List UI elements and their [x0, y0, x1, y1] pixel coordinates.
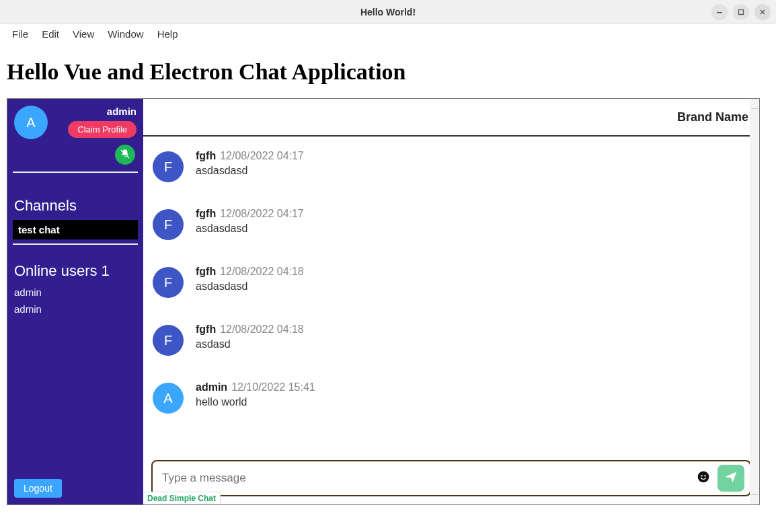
claim-profile-button[interactable]: Claim Profile: [68, 121, 137, 138]
profile-block: A admin Claim Profile: [7, 99, 143, 145]
message-row: Aadmin12/10/2022 15:41hello world: [153, 381, 750, 414]
notifications-toggle-button[interactable]: [115, 145, 135, 165]
message-text: asdasd: [196, 338, 750, 350]
channels-heading: Channels: [7, 192, 143, 219]
message-text: asdasdasd: [196, 223, 750, 235]
menu-edit[interactable]: Edit: [35, 27, 66, 41]
footer-brand-link[interactable]: Dead Simple Chat: [143, 492, 221, 504]
online-user-item: admin: [7, 301, 143, 317]
chat-header: Brand Name: [143, 99, 759, 137]
paper-plane-icon: [724, 470, 738, 486]
menu-view[interactable]: View: [66, 27, 101, 41]
message-text: asdasdasd: [196, 280, 750, 293]
message-username: admin: [196, 381, 227, 393]
page-title: Hello Vue and Electron Chat Application: [7, 59, 771, 85]
bell-slash-icon: [120, 149, 130, 161]
message-text: hello world: [196, 396, 750, 408]
svg-point-2: [698, 471, 709, 483]
svg-point-3: [701, 475, 702, 476]
menu-file[interactable]: File: [5, 27, 35, 41]
message-meta: fgfh12/08/2022 04:17: [196, 208, 750, 220]
message-composer: [151, 460, 751, 496]
message-username: fgfh: [196, 324, 216, 335]
window-minimize-button[interactable]: [711, 4, 728, 20]
message-timestamp: 12/08/2022 04:18: [220, 266, 304, 277]
menubar: File Edit View Window Help: [0, 24, 776, 43]
message-text: asdasdasd: [196, 165, 750, 177]
message-row: Ffgfh12/08/2022 04:18asdasd: [153, 324, 750, 356]
window-titlebar: Hello World!: [0, 0, 776, 24]
emoji-picker-button[interactable]: [696, 471, 711, 486]
logout-button[interactable]: Logout: [14, 479, 62, 498]
message-avatar: F: [153, 267, 184, 298]
profile-avatar-letter: A: [26, 115, 35, 130]
svg-rect-1: [739, 10, 744, 15]
profile-avatar: A: [14, 106, 48, 139]
message-meta: admin12/10/2022 15:41: [196, 381, 750, 393]
message-timestamp: 12/08/2022 04:18: [220, 324, 304, 335]
message-avatar: F: [153, 151, 184, 182]
sidebar-divider: [13, 172, 138, 173]
message-row: Ffgfh12/08/2022 04:17asdasdasd: [153, 208, 750, 240]
emoji-smile-icon: [697, 470, 710, 486]
message-row: Ffgfh12/08/2022 04:17asdasdasd: [153, 150, 750, 182]
message-username: fgfh: [196, 150, 216, 161]
profile-username: admin: [53, 106, 137, 117]
menu-window[interactable]: Window: [101, 27, 150, 41]
chat-sidebar: A admin Claim Profile Channels test chat: [7, 99, 143, 504]
online-users-heading: Online users 1: [7, 257, 143, 284]
window-maximize-button[interactable]: [733, 4, 749, 20]
message-username: fgfh: [196, 208, 216, 219]
menu-help[interactable]: Help: [151, 27, 185, 41]
chat-frame: A admin Claim Profile Channels test chat: [7, 98, 760, 505]
svg-point-4: [704, 475, 705, 476]
chat-frame-scrollbar[interactable]: [750, 99, 759, 504]
message-timestamp: 12/10/2022 15:41: [231, 381, 315, 393]
message-meta: fgfh12/08/2022 04:18: [196, 266, 750, 278]
message-input[interactable]: [162, 471, 689, 485]
chat-main: Brand Name Ffgfh12/08/2022 04:17asdasdas…: [143, 99, 759, 504]
window-close-button[interactable]: [754, 4, 771, 20]
message-timestamp: 12/08/2022 04:17: [220, 208, 304, 219]
message-username: fgfh: [196, 266, 216, 277]
message-row: Ffgfh12/08/2022 04:18asdasdasd: [153, 266, 750, 298]
message-avatar: A: [153, 383, 184, 414]
message-avatar: F: [153, 209, 184, 240]
message-avatar: F: [153, 325, 184, 356]
messages-list[interactable]: Ffgfh12/08/2022 04:17asdasdasdFfgfh12/08…: [143, 137, 759, 455]
sidebar-divider: [13, 243, 138, 245]
channel-item[interactable]: test chat: [13, 220, 138, 239]
svg-rect-0: [717, 12, 722, 13]
online-user-item: admin: [7, 284, 143, 301]
message-meta: fgfh12/08/2022 04:18: [196, 324, 750, 336]
message-timestamp: 12/08/2022 04:17: [220, 150, 304, 161]
message-meta: fgfh12/08/2022 04:17: [196, 150, 750, 162]
send-button[interactable]: [717, 465, 744, 492]
window-title: Hello World!: [360, 7, 416, 17]
brand-name-label: Brand Name: [677, 110, 748, 124]
